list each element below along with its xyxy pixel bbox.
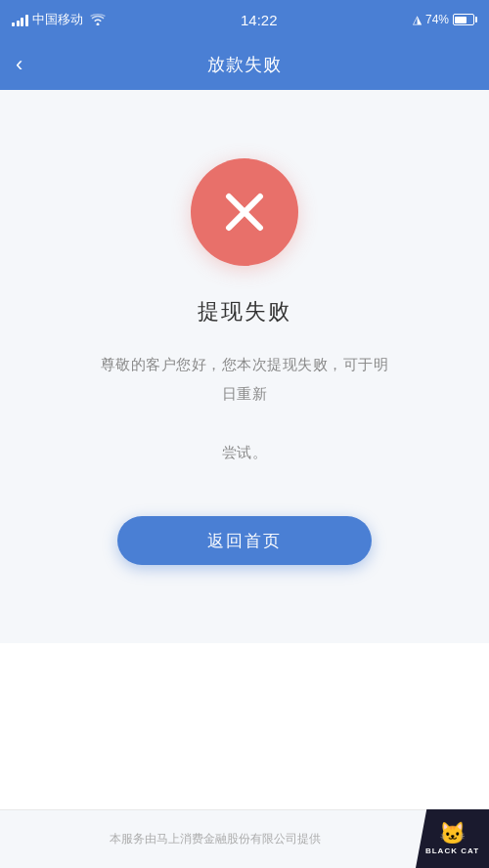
black-cat-brand: BLACK CAT	[425, 846, 479, 855]
status-right: ◮ 74%	[413, 13, 477, 26]
status-time: 14:22	[241, 12, 278, 28]
nav-bar: ‹ 放款失败	[0, 39, 489, 90]
error-icon-wrapper	[191, 158, 298, 266]
black-cat-icon: 🐱	[439, 823, 466, 845]
location-icon: ◮	[413, 13, 422, 26]
error-title: 提现失败	[198, 297, 291, 326]
black-cat-logo: 🐱 BLACK CAT	[416, 809, 489, 868]
status-bar: 中国移动 14:22 ◮ 74%	[0, 0, 489, 39]
back-button[interactable]: ‹	[16, 54, 22, 75]
error-desc: 尊敬的客户您好，您本次提现失败，可于明日重新 尝试。	[98, 350, 391, 467]
home-button[interactable]: 返回首页	[117, 516, 372, 565]
footer: 本服务由马上消费金融股份有限公司提供 🐱 BLACK CAT	[0, 809, 489, 868]
battery-icon	[453, 14, 477, 25]
status-left: 中国移动	[12, 11, 106, 28]
signal-icon	[12, 13, 28, 26]
main-content: 提现失败 尊敬的客户您好，您本次提现失败，可于明日重新 尝试。 返回首页	[0, 90, 489, 643]
battery-percent: 74%	[425, 13, 449, 26]
error-x-icon	[215, 183, 274, 241]
nav-title: 放款失败	[207, 53, 282, 76]
footer-text: 本服务由马上消费金融股份有限公司提供	[20, 831, 469, 847]
wifi-icon	[90, 14, 106, 25]
carrier-label: 中国移动	[32, 11, 83, 28]
